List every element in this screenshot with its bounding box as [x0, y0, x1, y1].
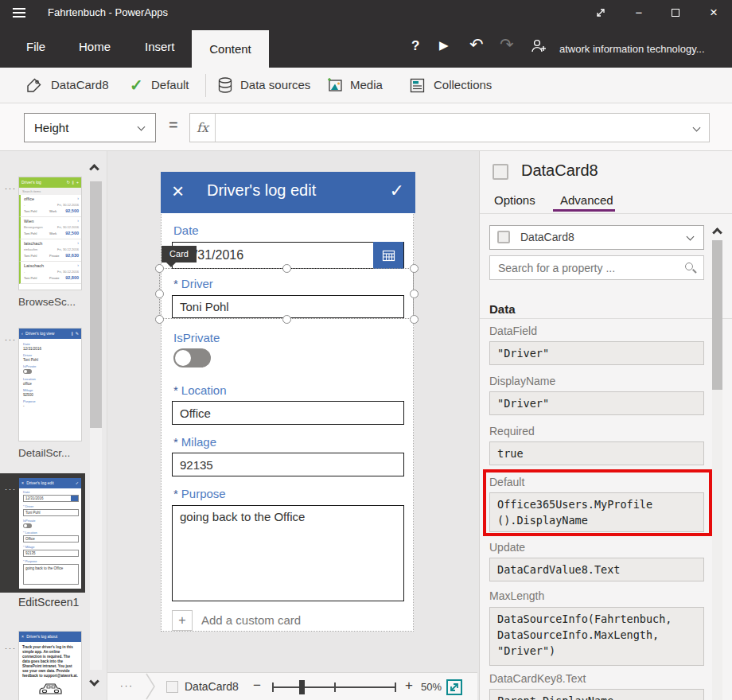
undo-button[interactable]: ↶ [469, 35, 484, 54]
zoom-level: 50% [421, 681, 442, 693]
maximize-button[interactable] [662, 0, 689, 25]
resize-handle[interactable] [410, 290, 419, 298]
browse-screen-menu-icon[interactable]: ··· [5, 185, 17, 192]
menu-insert[interactable]: Insert [145, 40, 175, 53]
selected-property-name[interactable]: Default [151, 78, 189, 91]
database-icon [216, 76, 234, 95]
tab-options[interactable]: Options [494, 193, 535, 207]
resize-handle[interactable] [155, 290, 164, 298]
prop-maxlength-value[interactable]: DataSourceInfo(Fahrtenbuch, DataSourceIn… [489, 607, 704, 666]
property-selector-value: Height [34, 121, 68, 134]
minimize-button[interactable]: − [625, 0, 652, 25]
about-screen-menu-icon[interactable]: ··· [5, 644, 17, 652]
account-name[interactable]: atwork information technology... [559, 43, 705, 55]
fullscreen-icon [595, 7, 606, 18]
resize-handle[interactable] [155, 264, 164, 273]
ribbon-toolbar: DataCard8 ✓ Default Data sources Media [0, 68, 732, 103]
help-button[interactable]: ? [411, 38, 419, 54]
milage-input[interactable]: 92135 [172, 453, 404, 476]
zoom-in-button[interactable]: + [405, 678, 413, 694]
menu-file[interactable]: File [26, 40, 45, 53]
hamburger-menu-icon[interactable] [13, 8, 25, 18]
redo-button[interactable]: ↷ [500, 35, 514, 54]
breadcrumb-menu-icon[interactable]: ··· [120, 681, 134, 690]
data-sources-button[interactable]: Data sources [240, 78, 310, 91]
status-checkbox-icon[interactable] [166, 681, 178, 693]
add-person-button[interactable] [529, 37, 547, 55]
prop-datacardkey-value[interactable]: Parent.DisplayName [489, 689, 704, 700]
collections-button[interactable]: Collections [434, 78, 492, 91]
isprivate-toggle[interactable] [173, 348, 211, 368]
resize-handle[interactable] [282, 264, 291, 273]
status-control-name[interactable]: DataCard8 [185, 680, 239, 693]
resize-handle[interactable] [410, 315, 419, 324]
thumbnail-browse-screen[interactable]: Driver's log ↻ ∥ + Search items office› … [18, 177, 82, 290]
chevron-down-icon [687, 233, 695, 241]
check-icon: ✓ [130, 76, 143, 95]
selected-control-name[interactable]: DataCard8 [51, 78, 109, 91]
add-custom-card-plus-icon[interactable]: + [172, 610, 193, 631]
detail-screen-label[interactable]: DetailScr... [18, 447, 70, 459]
add-custom-card-button[interactable]: Add a custom card [201, 613, 301, 627]
resize-handle[interactable] [282, 315, 291, 324]
form-close-icon[interactable]: × [172, 179, 184, 204]
media-button[interactable]: Media [350, 78, 383, 91]
about-thumb-title: Driver's log about [26, 634, 57, 639]
panel-scrollbar-thumb[interactable] [712, 240, 722, 390]
mini-toggle-icon [23, 523, 32, 528]
purpose-textarea[interactable]: going back to the Office [172, 505, 404, 601]
scroll-down-icon[interactable] [89, 676, 99, 686]
thumbnail-detail-screen[interactable]: ‹ Driver's log view ∥ ✎ Date12/31/2016 D… [18, 328, 82, 441]
detail-screen-menu-icon[interactable]: ··· [5, 336, 17, 344]
close-button[interactable]: × [700, 0, 727, 25]
prop-displayname-label: DisplayName [489, 375, 555, 387]
play-preview-button[interactable]: ▶ [439, 38, 449, 52]
form-submit-check-icon[interactable]: ✓ [390, 181, 404, 201]
prop-displayname-value[interactable]: "Driver" [489, 391, 704, 415]
edit-screen-label[interactable]: EditScreen1 [18, 596, 79, 609]
zoom-slider-handle[interactable] [299, 680, 305, 694]
breadcrumb-chevron-icon [144, 673, 157, 700]
close-icon: × [21, 634, 24, 639]
formula-input[interactable] [217, 114, 687, 142]
browse-screen-label[interactable]: BrowseSc... [18, 296, 76, 308]
fullscreen-button[interactable] [587, 0, 614, 25]
menu-home[interactable]: Home [79, 40, 111, 53]
prop-datafield-label: DataField [489, 325, 537, 337]
scroll-up-icon[interactable] [89, 164, 99, 174]
edit-form[interactable]: × Driver's log edit ✓ Date 12/31/2016 [161, 172, 414, 632]
screens-sidebar: ··· Driver's log ↻ ∥ + Search items offi… [0, 151, 107, 700]
resize-handle[interactable] [155, 315, 164, 324]
property-selector-dropdown[interactable]: Height [24, 113, 156, 142]
submit-check-icon: ✓ [76, 478, 79, 488]
purpose-label: *Purpose [173, 487, 226, 500]
new-item-icon: + [76, 177, 79, 188]
collections-icon [408, 76, 426, 95]
edit-thumb-title: Driver's log edit [26, 480, 53, 485]
design-canvas[interactable]: × Driver's log edit ✓ Date 12/31/2016 [107, 151, 477, 672]
location-input[interactable]: Office [172, 401, 404, 425]
browse-list-item: Wien› BesorgungenFri, 30.12.2016 Toni Po… [19, 217, 81, 239]
edit-screen-menu-icon[interactable]: ··· [5, 485, 17, 493]
sidebar-scrollbar-thumb[interactable] [90, 181, 102, 428]
tab-content[interactable]: Content [192, 30, 269, 68]
zoom-out-button[interactable]: − [253, 678, 261, 694]
calendar-button[interactable] [373, 242, 403, 269]
prop-datafield-value[interactable]: "Driver" [489, 341, 704, 365]
prop-update-value[interactable]: DataCardValue8.Text [489, 558, 704, 581]
formula-expand-chevron-icon[interactable] [693, 124, 701, 132]
property-search-input[interactable] [489, 255, 704, 280]
prop-maxlength-label: MaxLength [489, 589, 544, 602]
about-thumb-body: Track your driver's log in this simple a… [19, 642, 81, 679]
thumbnail-about-screen[interactable]: × Driver's log about Track your driver's… [18, 631, 82, 700]
detail-thumb-header: ‹ Driver's log view ∥ ✎ [19, 329, 81, 339]
resize-handle[interactable] [410, 264, 419, 273]
prop-required-value[interactable]: true [489, 441, 704, 465]
prop-default-value[interactable]: Office365Users.MyProfile ().DisplayName [489, 492, 704, 532]
prop-required-label: Required [489, 425, 535, 438]
thumbnail-edit-screen[interactable]: × Driver's log edit ✓ Date 12/31/2016 * … [18, 477, 82, 589]
tab-advanced[interactable]: Advanced [560, 193, 613, 207]
panel-scroll-up-icon[interactable] [712, 228, 722, 238]
control-selector-dropdown[interactable]: DataCard8 [489, 225, 704, 250]
fit-to-window-button[interactable] [446, 679, 462, 695]
